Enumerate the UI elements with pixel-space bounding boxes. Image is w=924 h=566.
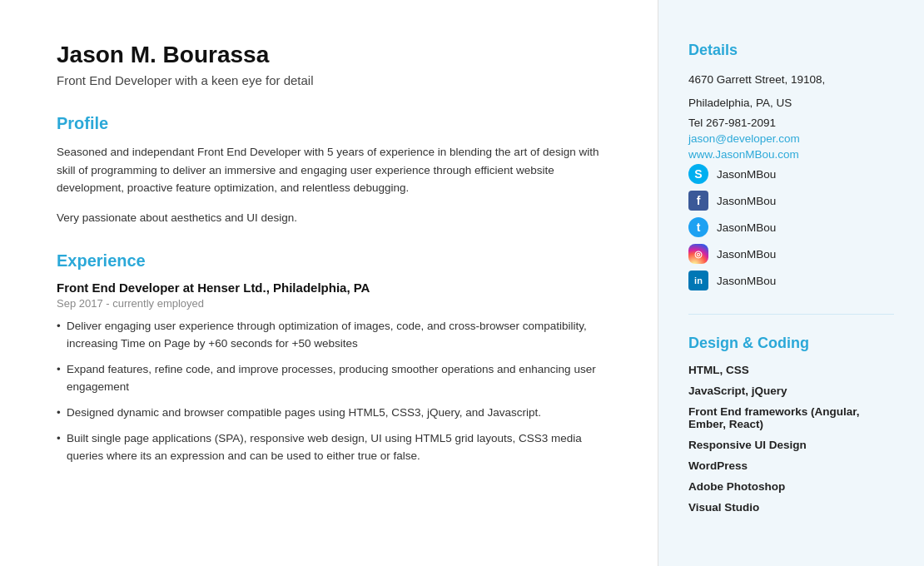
social-skype: S JasonMBou (688, 164, 894, 184)
profile-paragraph-1: Seasoned and independant Front End Devel… (57, 143, 616, 197)
address-line2: Philadelphia, PA, US (688, 94, 894, 112)
skill-0: HTML, CSS (688, 364, 894, 376)
phone-number: Tel 267-981-2091 (688, 117, 894, 129)
facebook-icon: f (688, 191, 708, 211)
design-coding-title: Design & Coding (688, 335, 894, 352)
skill-4: WordPress (688, 459, 894, 472)
skype-icon: S (688, 164, 708, 184)
job-title-0: Front End Developer at Henser Ltd., Phil… (57, 281, 616, 295)
social-instagram: ◎ JasonMBou (688, 244, 894, 264)
experience-section: Experience Front End Developer at Henser… (57, 251, 616, 464)
profile-section: Profile Seasoned and independant Front E… (57, 114, 616, 226)
instagram-handle: JasonMBou (717, 248, 776, 261)
skill-3: Responsive UI Design (688, 439, 894, 451)
resume-header: Jason M. Bourassa Front End Developer wi… (57, 42, 616, 87)
skill-6: Visual Studio (688, 501, 894, 514)
website-link[interactable]: www.JasonMBou.com (688, 148, 894, 161)
address-line1: 4670 Garrett Street, 19108, (688, 71, 894, 89)
social-linkedin: in JasonMBou (688, 271, 894, 290)
linkedin-icon: in (688, 271, 708, 290)
email-link[interactable]: jason@developer.com (688, 132, 894, 145)
details-block: 4670 Garrett Street, 19108, Philadelphia… (688, 71, 894, 290)
social-facebook: f JasonMBou (688, 191, 894, 211)
sidebar: Details 4670 Garrett Street, 19108, Phil… (658, 0, 924, 566)
candidate-name: Jason M. Bourassa (57, 42, 616, 68)
job-date-0: Sep 2017 - currently employed (57, 297, 616, 310)
skype-handle: JasonMBou (717, 168, 776, 181)
experience-title: Experience (57, 251, 616, 271)
job-bullets-0: Deliver engaging user experience through… (57, 318, 616, 464)
bullet-2: Designed dynamic and browser compatible … (57, 405, 616, 422)
twitter-handle: JasonMBou (717, 221, 776, 234)
facebook-handle: JasonMBou (717, 195, 776, 207)
profile-paragraph-2: Very passionate about aesthetics and UI … (57, 209, 616, 227)
skills-list: HTML, CSS JavaScript, jQuery Front End f… (688, 364, 894, 514)
twitter-icon: t (688, 217, 708, 237)
main-content: Jason M. Bourassa Front End Developer wi… (0, 0, 658, 566)
instagram-icon: ◎ (688, 244, 708, 264)
profile-title: Profile (57, 114, 616, 133)
candidate-tagline: Front End Developer with a keen eye for … (57, 73, 616, 87)
skill-5: Adobe Photoshop (688, 480, 894, 493)
linkedin-handle: JasonMBou (717, 275, 776, 287)
bullet-1: Expand features, refine code, and improv… (57, 361, 616, 396)
bullet-3: Built single page applications (SPA), re… (57, 430, 616, 465)
job-entry-0: Front End Developer at Henser Ltd., Phil… (57, 281, 616, 464)
details-title: Details (688, 42, 894, 59)
bullet-0: Deliver engaging user experience through… (57, 318, 616, 353)
social-twitter: t JasonMBou (688, 217, 894, 237)
skill-1: JavaScript, jQuery (688, 385, 894, 397)
skill-2: Front End frameworks (Angular, Ember, Re… (688, 405, 894, 430)
sidebar-divider (688, 314, 894, 315)
